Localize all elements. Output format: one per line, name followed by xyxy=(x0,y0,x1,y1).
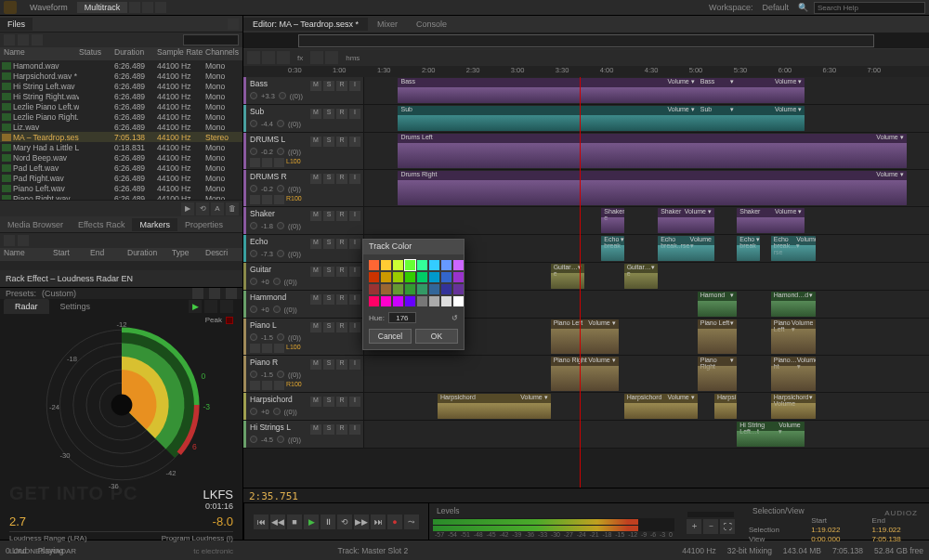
ok-button[interactable]: OK xyxy=(415,329,458,344)
gain-knob[interactable] xyxy=(250,120,257,127)
track-header[interactable]: Shaker MSRI -1.8((0)) xyxy=(243,207,364,234)
fx-slot[interactable] xyxy=(274,381,284,390)
audio-clip[interactable]: Piano RightVolume ▾ xyxy=(551,357,619,391)
time-ruler[interactable]: 0:301:001:302:002:303:003:304:004:305:00… xyxy=(243,66,929,77)
fx-slot[interactable] xyxy=(250,344,260,353)
fx-slot[interactable] xyxy=(250,195,260,204)
solo-button[interactable]: S xyxy=(323,359,334,370)
panel-tab[interactable]: Media Browser xyxy=(0,218,71,231)
stop-icon[interactable]: ■ xyxy=(287,514,302,529)
color-swatch[interactable] xyxy=(453,296,464,306)
file-row[interactable]: Piano Right.wav6:26.48944100 HzMono xyxy=(0,193,242,200)
tool-move-icon[interactable] xyxy=(129,2,140,13)
color-swatch[interactable] xyxy=(393,284,403,294)
mcol-name[interactable]: Name xyxy=(0,248,53,261)
fx-slot[interactable] xyxy=(250,158,260,167)
audio-clip[interactable]: Piano LeftVolume ▾ xyxy=(771,319,817,354)
pan-knob[interactable] xyxy=(277,222,284,229)
mute-button[interactable]: M xyxy=(310,109,321,119)
monitor-button[interactable]: I xyxy=(349,211,360,221)
file-row[interactable]: Harpsichord.wav *6:26.48944100 HzMono xyxy=(0,71,242,81)
monitor-button[interactable]: I xyxy=(349,109,360,119)
markers-body[interactable] xyxy=(0,261,242,270)
solo-button[interactable]: S xyxy=(323,174,334,184)
zoom-fit-icon[interactable]: ⛶ xyxy=(720,519,735,534)
ffwd-icon[interactable]: ▶▶ xyxy=(354,514,369,529)
col-duration[interactable]: Duration xyxy=(114,47,157,60)
gain-knob[interactable] xyxy=(250,371,257,378)
gain-knob[interactable] xyxy=(250,185,257,192)
editor-tab[interactable]: Mixer xyxy=(368,18,407,31)
pan-knob[interactable] xyxy=(273,278,281,285)
track-header[interactable]: Hammond MSRI +0((0)) xyxy=(243,291,364,318)
solo-button[interactable]: S xyxy=(323,109,334,119)
col-channels[interactable]: Channels xyxy=(205,47,242,60)
fx-slot[interactable] xyxy=(250,381,260,390)
mcol-start[interactable]: Start xyxy=(53,248,90,261)
gain-knob[interactable] xyxy=(250,278,257,285)
search-help-input[interactable] xyxy=(814,2,925,14)
panel-tab[interactable]: Properties xyxy=(177,218,230,231)
view-start-val[interactable]: 0:00.000 xyxy=(811,535,862,543)
tracks-area[interactable]: Bass MSRI +3.3((0)) BassVolume ▾Bass ▾Vo… xyxy=(243,77,929,488)
record-arm-button[interactable]: R xyxy=(336,397,347,407)
audio-clip[interactable]: Piano Left ▾ xyxy=(698,319,738,354)
mcol-type[interactable]: Type xyxy=(172,248,205,261)
gain-knob[interactable] xyxy=(250,148,257,155)
file-row[interactable]: Pad Right.wav6:26.48944100 HzMono xyxy=(0,173,242,183)
audio-clip[interactable]: Shaker…e ▾ xyxy=(601,208,623,233)
radar-tab-settings[interactable]: Settings xyxy=(49,299,102,314)
peak-indicator[interactable] xyxy=(226,317,233,324)
mcol-end[interactable]: End xyxy=(90,248,127,261)
audio-clip[interactable]: Hamond ▾ xyxy=(698,292,738,317)
goto-end-icon[interactable]: ⏭ xyxy=(371,514,386,529)
solo-button[interactable]: S xyxy=(323,81,334,91)
solo-button[interactable]: S xyxy=(323,267,334,277)
color-swatch[interactable] xyxy=(453,284,464,294)
color-swatch[interactable] xyxy=(441,272,451,282)
record-arm-button[interactable]: R xyxy=(336,322,347,332)
file-row[interactable]: Piano Left.wav6:26.48944100 HzMono xyxy=(0,183,242,193)
track-header[interactable]: Piano R MSRI -1.5((0)) R100 xyxy=(243,356,364,392)
pan-knob[interactable] xyxy=(277,436,284,443)
monitor-button[interactable]: I xyxy=(349,359,360,370)
monitor-button[interactable]: I xyxy=(349,397,360,407)
gain-knob[interactable] xyxy=(250,222,257,229)
solo-button[interactable]: S xyxy=(323,322,334,332)
track-header[interactable]: Sub MSRI -4.4((0)) xyxy=(243,105,364,132)
record-icon[interactable]: ● xyxy=(387,514,402,529)
record-arm-button[interactable]: R xyxy=(336,294,347,305)
monitor-button[interactable]: I xyxy=(349,267,360,277)
tool-razor-icon[interactable] xyxy=(142,2,153,13)
fx-slot[interactable] xyxy=(262,381,272,390)
gain-knob[interactable] xyxy=(250,306,257,313)
pan-knob[interactable] xyxy=(279,92,286,99)
track-lane[interactable]: Drums RightVolume ▾ xyxy=(364,170,929,206)
track-lane[interactable]: Hi String Left…tVolume ▾ xyxy=(364,421,929,448)
timecode-display[interactable]: 2:35.751 xyxy=(243,488,929,502)
gain-knob[interactable] xyxy=(250,333,257,341)
files-loop-icon[interactable]: ⟲ xyxy=(196,202,209,215)
solo-button[interactable]: S xyxy=(323,137,334,147)
play-icon[interactable]: ▶ xyxy=(304,514,319,529)
files-list[interactable]: Hamond.wav6:26.48944100 HzMonoHarpsichor… xyxy=(0,60,242,200)
radar-power-icon[interactable] xyxy=(220,300,233,313)
audio-clip[interactable]: Piano LeftVolume ▾ xyxy=(551,319,619,354)
color-swatch[interactable] xyxy=(417,260,427,270)
file-row[interactable]: Hamond.wav6:26.48944100 HzMono xyxy=(0,60,242,71)
mute-button[interactable]: M xyxy=(310,239,321,249)
track-lane[interactable]: Piano RightVolume ▾Piano Right ▾Piano…ht… xyxy=(364,356,929,392)
color-swatch[interactable] xyxy=(429,284,439,294)
color-swatch[interactable] xyxy=(441,260,451,270)
files-trash-icon[interactable]: 🗑 xyxy=(226,202,239,215)
preset-del-icon[interactable] xyxy=(209,288,220,299)
mute-button[interactable]: M xyxy=(310,267,321,277)
pan-knob[interactable] xyxy=(277,371,284,378)
zoom-out-icon[interactable]: － xyxy=(703,519,718,534)
audio-clip[interactable]: Volume ▾ xyxy=(737,106,805,131)
track-header[interactable]: Echo MSRI -7.3((0)) xyxy=(243,235,364,262)
editor-tab[interactable]: Editor: MA – Teardrop.sesx * xyxy=(243,18,368,31)
preset-menu-icon[interactable] xyxy=(226,288,237,299)
tab-multitrack[interactable]: Multitrack xyxy=(77,2,128,13)
audio-clip[interactable]: HarpsichordVolume ▾ xyxy=(438,394,551,419)
